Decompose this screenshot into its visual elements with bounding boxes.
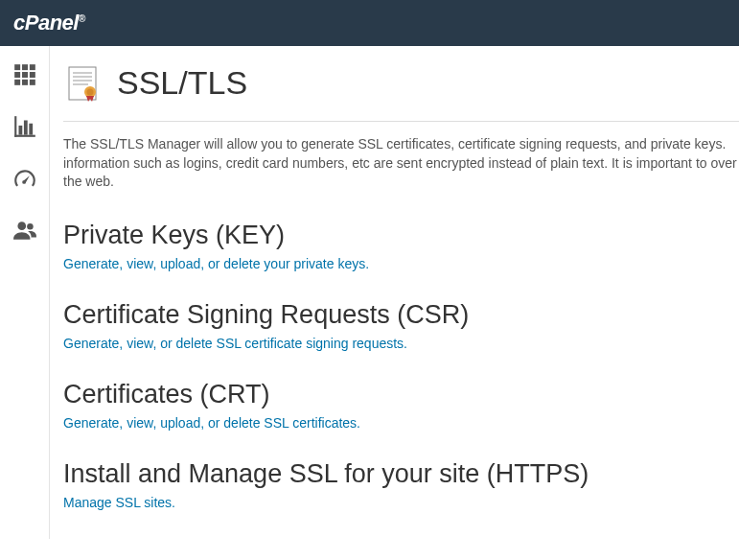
svg-rect-1 bbox=[22, 64, 28, 70]
svg-point-15 bbox=[27, 223, 33, 230]
link-certificates[interactable]: Generate, view, upload, or delete SSL ce… bbox=[63, 415, 739, 431]
svg-point-22 bbox=[87, 89, 94, 96]
section-title-install: Install and Manage SSL for your site (HT… bbox=[63, 459, 739, 489]
ssl-tls-icon bbox=[63, 61, 105, 104]
svg-rect-9 bbox=[14, 135, 35, 137]
link-manage-ssl[interactable]: Manage SSL sites. bbox=[63, 495, 739, 510]
svg-rect-0 bbox=[14, 64, 20, 70]
svg-rect-7 bbox=[22, 80, 28, 85]
svg-rect-8 bbox=[29, 80, 35, 85]
svg-rect-2 bbox=[29, 64, 35, 70]
link-private-keys[interactable]: Generate, view, upload, or delete your p… bbox=[63, 256, 739, 271]
svg-rect-12 bbox=[23, 121, 27, 135]
section-title-key: Private Keys (KEY) bbox=[63, 221, 739, 250]
header-bar: cPanel® bbox=[0, 0, 739, 46]
nav-dashboard-icon[interactable] bbox=[8, 161, 42, 196]
main-content: SSL/TLS The SSL/TLS Manager will allow y… bbox=[50, 46, 739, 539]
svg-rect-11 bbox=[18, 126, 22, 135]
svg-rect-13 bbox=[29, 124, 33, 135]
svg-rect-10 bbox=[14, 116, 16, 137]
section-title-csr: Certificate Signing Requests (CSR) bbox=[63, 300, 739, 330]
svg-rect-5 bbox=[29, 72, 35, 78]
nav-users-icon[interactable] bbox=[8, 213, 42, 247]
svg-rect-3 bbox=[14, 72, 20, 78]
intro-text: The SSL/TLS Manager will allow you to ge… bbox=[63, 135, 739, 192]
svg-point-14 bbox=[17, 222, 26, 230]
page-title: SSL/TLS bbox=[117, 64, 247, 102]
brand-name: cPanel bbox=[13, 11, 79, 35]
link-csr[interactable]: Generate, view, or delete SSL certificat… bbox=[63, 336, 739, 351]
cpanel-logo[interactable]: cPanel® bbox=[13, 11, 85, 35]
sidebar bbox=[0, 46, 50, 539]
registered-mark: ® bbox=[79, 13, 85, 24]
page-header: SSL/TLS bbox=[63, 61, 739, 122]
svg-rect-6 bbox=[14, 80, 20, 85]
nav-apps-icon[interactable] bbox=[8, 58, 42, 92]
svg-rect-4 bbox=[22, 72, 28, 78]
nav-stats-icon[interactable] bbox=[8, 109, 42, 144]
section-title-crt: Certificates (CRT) bbox=[63, 380, 739, 409]
